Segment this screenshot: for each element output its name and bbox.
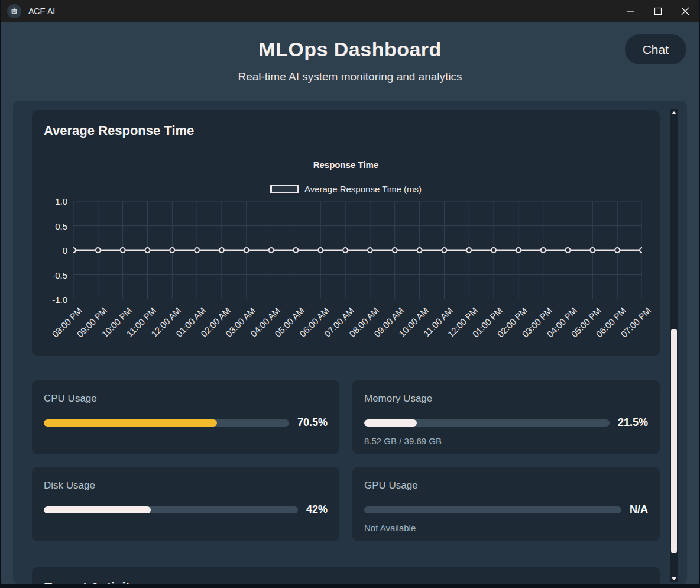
memory-usage-card: Memory Usage 21.5% 8.52 GB / 39.69 GB <box>352 380 660 454</box>
x-axis-labels: 08:00 PM09:00 PM10:00 PM11:00 PM12:00 AM… <box>73 299 640 350</box>
metric-subtext <box>44 436 328 447</box>
maximize-button[interactable] <box>644 0 672 22</box>
scrollbar-thumb[interactable] <box>671 329 677 553</box>
app-title: ACE AI <box>28 7 55 16</box>
app-window: ACE AI MLOps Dashboard Real-time AI syst… <box>0 0 700 588</box>
disk-usage-card: Disk Usage 42% <box>32 467 339 541</box>
metric-title: GPU Usage <box>364 480 648 492</box>
dashboard-header: MLOps Dashboard Real-time AI system moni… <box>13 22 687 101</box>
dashboard-scroll-panel: Average Response Time Response Time Aver… <box>13 101 687 584</box>
disk-progress-track <box>44 506 298 513</box>
y-axis-tick: -1.0 <box>44 295 67 305</box>
close-button[interactable] <box>672 0 699 22</box>
page-title: MLOps Dashboard <box>13 38 687 61</box>
metric-title: CPU Usage <box>44 393 328 405</box>
gpu-progress-track <box>364 506 621 513</box>
y-axis-tick: 0 <box>44 245 67 256</box>
cpu-progress-track <box>44 419 289 427</box>
memory-progress-fill <box>364 419 417 427</box>
metric-subtext <box>44 523 328 534</box>
metric-title: Memory Usage <box>364 393 648 405</box>
metric-title: Disk Usage <box>44 480 328 492</box>
minimize-icon <box>627 7 635 15</box>
cpu-value: 70.5% <box>297 416 328 429</box>
scroll-up-icon[interactable] <box>670 109 678 116</box>
y-axis-tick: 1.0 <box>44 196 67 206</box>
metric-subtext: 8.52 GB / 39.69 GB <box>364 436 648 447</box>
gpu-usage-card: GPU Usage N/A Not Available <box>352 467 660 541</box>
gpu-value: N/A <box>630 503 648 516</box>
response-time-card: Average Response Time Response Time Aver… <box>32 110 660 356</box>
memory-value: 21.5% <box>618 416 648 429</box>
recent-activity-title: Recent Activity <box>44 580 648 584</box>
y-axis-tick: -0.5 <box>44 270 67 280</box>
y-axis-tick: 0.5 <box>44 221 67 231</box>
close-icon <box>681 7 689 15</box>
cpu-usage-card: CPU Usage 70.5% <box>32 380 339 454</box>
chart-card-title: Average Response Time <box>44 123 648 138</box>
minimize-button[interactable] <box>617 0 644 22</box>
metric-subtext: Not Available <box>364 523 648 534</box>
legend-swatch <box>270 185 299 193</box>
maximize-icon <box>654 7 662 15</box>
metrics-grid: CPU Usage 70.5% Memory Usage 21.5% 8.52 … <box>32 380 660 541</box>
recent-activity-card: Recent Activity <box>32 567 660 584</box>
memory-progress-track <box>364 419 610 427</box>
disk-progress-fill <box>44 506 151 513</box>
vertical-scrollbar[interactable] <box>670 109 678 582</box>
page-subtitle: Real-time AI system monitoring and analy… <box>13 70 687 83</box>
app-logo-robot-icon <box>7 4 21 18</box>
cpu-progress-fill <box>44 419 217 427</box>
app-body: MLOps Dashboard Real-time AI system moni… <box>1 22 699 584</box>
chart-legend[interactable]: Average Response Time (ms) <box>44 184 648 194</box>
scroll-down-icon[interactable] <box>670 575 678 582</box>
line-chart-plot-area: 1.00.50-0.5-1.0 <box>73 201 640 299</box>
legend-label: Average Response Time (ms) <box>304 184 422 194</box>
disk-value: 42% <box>306 503 328 516</box>
chat-button[interactable]: Chat <box>625 34 686 64</box>
chart-title: Response Time <box>44 160 648 170</box>
titlebar: ACE AI <box>1 0 699 22</box>
